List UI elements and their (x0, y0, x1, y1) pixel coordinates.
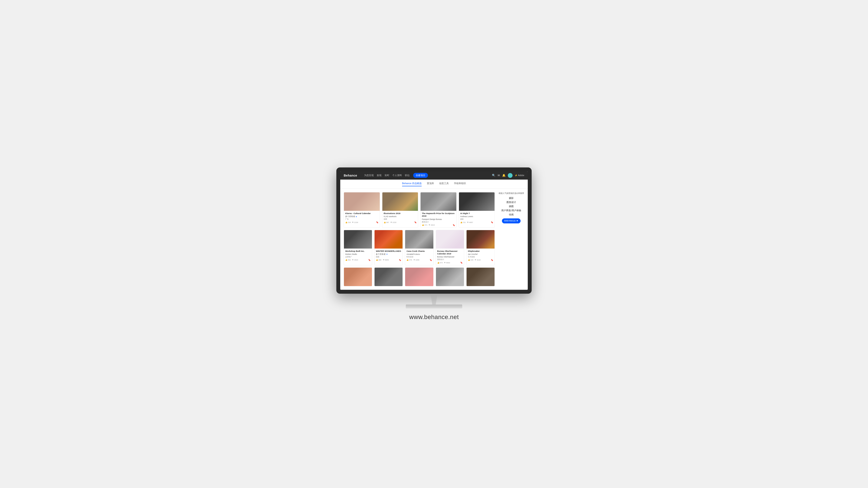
project-stats-shipbreaker: 👍226 👁3142 🔖 (468, 259, 493, 261)
sub-nav-schools[interactable]: 学校和组织 (454, 182, 466, 186)
project-card-illustrations[interactable]: Illustrations 2018 VLAD stankovic 插图 👍38… (382, 192, 418, 228)
project-title-casacook: Casa Cook Chania (406, 250, 432, 253)
project-card-workshop[interactable]: Workshop Built Inc. Mubien Studio 品牌推广 👍… (344, 230, 372, 265)
project-thumb-shipbreaker (467, 230, 495, 249)
view-details-button[interactable]: 查看详细信息 ▶ (502, 219, 521, 223)
project-author-shipbreaker: Jan Urschel (468, 253, 493, 255)
bookmark-icon-workshop[interactable]: 🔖 (368, 259, 371, 261)
nav-link-live[interactable]: 实时 (384, 174, 389, 177)
project-card-atnight[interactable]: At Night 7 Andreas Levers 摄影 👍721 👁4957 … (459, 192, 495, 228)
project-card-winter[interactable]: WINTER WONDERLANDS 多个所有者 ▼ 插图 👍860 👁5859… (374, 230, 403, 265)
bookmark-icon-hepworth[interactable]: 🔖 (453, 224, 455, 226)
bell-icon[interactable]: 🔔 (502, 174, 506, 177)
project-author-illustrations: VLAD stankovic (384, 215, 417, 218)
like-icon-winter: 👍 (376, 259, 378, 261)
bookmark-icon-atnight[interactable]: 🔖 (491, 221, 493, 223)
project-stats-illustrations: 👍387 👁2152 🔖 (384, 221, 417, 223)
project-card-casacook[interactable]: Casa Cook Chania Annabell Kutucu 时尚造型 👍4… (405, 230, 433, 265)
project-thumb-atnight (459, 192, 495, 211)
monitor-bezel: Behance 为您呈现 发现 实时 个人资料 职位 创建项目 🔍 ✉ 🔔 ⚡ … (336, 167, 532, 294)
project-card-row3e[interactable] (466, 267, 495, 286)
sidebar-categories: 摄影 图形设计 插图 用户界面/用户体验 动画 (498, 196, 524, 216)
sidebar-title: 根据人气按照地区选出和推荐 (498, 192, 524, 195)
project-title-winter: WINTER WONDERLANDS (376, 250, 401, 253)
project-author-klarna: 多个所有者 ▼ (345, 215, 378, 218)
row-2: Workshop Built Inc. Mubien Studio 品牌推广 👍… (344, 230, 495, 265)
project-card-row3c[interactable] (405, 267, 433, 286)
project-card-bureau[interactable]: Bureau Oberhaeuser Calendar 2019 Bureau … (436, 230, 464, 265)
project-title-atnight: At Night 7 (460, 212, 493, 215)
monitor-stand-base (406, 304, 462, 308)
project-author-atnight: Andreas Levers (460, 215, 493, 218)
project-thumb-row3c (405, 268, 433, 286)
create-project-button[interactable]: 创建项目 (413, 173, 428, 178)
bookmark-icon-winter[interactable]: 🔖 (399, 259, 401, 261)
view-icon-illustrations: 👁 (391, 222, 392, 223)
project-card-row3d[interactable] (436, 267, 464, 286)
project-tag-winter: 插图 (376, 256, 401, 258)
category-graphic-design[interactable]: 图形设计 (506, 201, 516, 204)
project-title-illustrations: Illustrations 2018 (384, 212, 417, 215)
bookmark-icon-shipbreaker[interactable]: 🔖 (491, 259, 493, 261)
project-card-row3a[interactable] (344, 267, 372, 286)
monitor-stand-neck (425, 294, 443, 304)
avatar[interactable] (508, 173, 513, 178)
bookmark-icon-bureau[interactable]: 🔖 (460, 262, 463, 264)
navbar: Behance 为您呈现 发现 实时 个人资料 职位 创建项目 🔍 ✉ 🔔 ⚡ … (340, 171, 528, 180)
like-icon-hepworth: 👍 (422, 224, 424, 226)
bookmark-icon-illustrations[interactable]: 🔖 (414, 221, 416, 223)
behance-logo[interactable]: Behance (344, 174, 357, 177)
project-thumb-klarna (344, 192, 380, 211)
adobe-label: ⚡ Adobe (515, 174, 524, 176)
project-stats-winter: 👍860 👁5859 🔖 (376, 259, 401, 261)
category-illustration[interactable]: 插图 (509, 205, 514, 208)
sub-nav-tools[interactable]: 创意工具 (439, 182, 449, 186)
view-icon-bureau: 👁 (444, 262, 446, 264)
like-icon-workshop: 👍 (345, 259, 347, 261)
project-title-shipbreaker: Shipbreaker (468, 250, 493, 253)
project-thumb-bureau (436, 230, 464, 249)
like-icon-casacook: 👍 (406, 259, 409, 261)
project-stats-casacook: 👍479 👁3455 🔖 (406, 259, 432, 261)
nav-link-profile[interactable]: 个人资料 (392, 174, 402, 177)
monitor-container: Behance 为您呈现 发现 实时 个人资料 职位 创建项目 🔍 ✉ 🔔 ⚡ … (336, 167, 532, 321)
project-card-hepworth[interactable]: The Hepworth Prize for Sculpture 2018 Pa… (420, 192, 457, 228)
monitor-screen: Behance 为您呈现 发现 实时 个人资料 职位 创建项目 🔍 ✉ 🔔 ⚡ … (340, 171, 528, 290)
projects-area: Klarna - Cultural Calendar 多个所有者 ▼ 广告 👍2… (344, 192, 495, 286)
mail-icon[interactable]: ✉ (498, 174, 500, 177)
project-title-hepworth: The Hepworth Prize for Sculpture 2018 (422, 212, 455, 218)
project-thumb-winter (375, 230, 403, 249)
project-thumb-hepworth (421, 192, 456, 211)
project-thumb-row3a (344, 268, 372, 286)
view-icon-atnight: 👁 (467, 222, 469, 223)
nav-link-discover[interactable]: 发现 (377, 174, 381, 177)
nav-link-for-you[interactable]: 为您呈现 (364, 174, 374, 177)
project-tag-atnight: 摄影 (460, 218, 493, 220)
project-stats-bureau: 👍574 👁5933 🔖 (437, 262, 463, 264)
project-stats-hepworth: 👍371 👁2819 🔖 (422, 224, 455, 226)
project-card-row3b[interactable] (374, 267, 403, 286)
sub-navbar: Behance 作品精选 置顶库 创意工具 学校和组织 (340, 180, 528, 189)
project-thumb-row3b (375, 268, 403, 286)
sub-nav-moodboard[interactable]: 置顶库 (427, 182, 434, 186)
project-title-klarna: Klarna - Cultural Calendar (345, 212, 378, 215)
category-ui-ux[interactable]: 用户界面/用户体验 (501, 209, 521, 212)
project-stats-workshop: 👍562 👁4524 🔖 (345, 259, 371, 261)
nav-link-jobs[interactable]: 职位 (405, 174, 410, 177)
project-card-klarna[interactable]: Klarna - Cultural Calendar 多个所有者 ▼ 广告 👍2… (344, 192, 380, 228)
bookmark-icon-klarna[interactable]: 🔖 (376, 221, 378, 223)
project-thumb-row3e (467, 268, 495, 286)
view-icon-klarna: 👁 (352, 222, 354, 223)
project-tag-illustrations: 插图 (384, 218, 417, 220)
bookmark-icon-casacook[interactable]: 🔖 (430, 259, 432, 261)
project-tag-casacook: 时尚造型 (406, 256, 432, 258)
project-card-shipbreaker[interactable]: Shipbreaker Jan Urschel 艺术插画 👍226 👁3142 … (466, 230, 495, 265)
search-icon[interactable]: 🔍 (492, 174, 495, 177)
like-icon-klarna: 👍 (345, 222, 347, 223)
category-photography[interactable]: 摄影 (509, 196, 514, 200)
project-tag-bureau: 图形设计 (437, 258, 463, 261)
nav-right-icons: 🔍 ✉ 🔔 ⚡ Adobe (492, 173, 524, 178)
project-tag-shipbreaker: 艺术插画 (468, 256, 493, 258)
sub-nav-curated[interactable]: Behance 作品精选 (402, 182, 422, 186)
category-animation[interactable]: 动画 (509, 213, 514, 216)
